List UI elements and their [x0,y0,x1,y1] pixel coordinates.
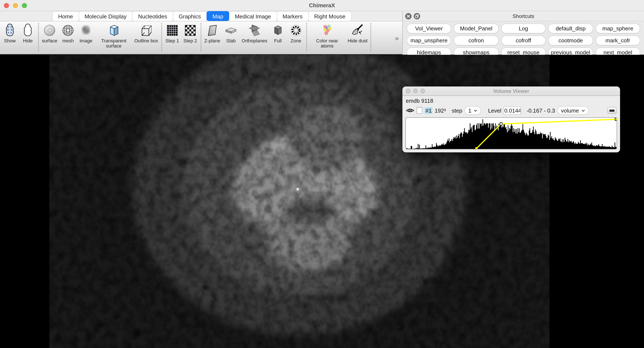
zone-icon [289,23,303,38]
minimize-window-button[interactable] [413,89,418,93]
toolbar-separator [38,23,39,51]
slab-icon [224,23,238,38]
surface-style-icon [42,23,57,38]
volume-viewer-title: Volume Viewer [493,88,530,94]
shortcut-map-unsphere[interactable]: map_unsphere [407,36,451,45]
cofr-marker-dot [297,188,299,190]
histogram-bars [406,123,617,149]
level-input[interactable] [504,106,522,115]
undock-panel-icon[interactable] [414,13,420,20]
close-panel-icon[interactable] [405,13,412,20]
density-hidden-icon [20,23,35,38]
shortcut-model-panel[interactable]: Model_Panel [454,24,498,33]
shortcut-log[interactable]: Log [501,24,546,33]
toolbar-separator [370,23,372,51]
minimize-window-button[interactable] [13,3,18,8]
eye-icon[interactable] [406,107,414,113]
toolbar-hide-dust-button[interactable]: Hide dust [346,23,369,43]
volume-viewer-window: Volume Viewer emdb 9118 #1 192³ step 1 L… [402,87,620,152]
panel-options-button[interactable] [607,107,617,114]
zoom-window-button[interactable] [420,89,425,93]
close-window-button[interactable] [4,3,9,8]
chevron-down-icon [582,109,585,112]
display-style-select[interactable]: volume [557,106,589,115]
app-window: ChimeraX Home Molecule Display Nucleotid… [0,0,644,348]
tab-nucleotides[interactable]: Nucleotides [132,11,173,21]
map-color-well[interactable] [416,107,422,114]
toolbar-show-button[interactable]: Show [1,23,19,43]
density-shown-icon [2,23,17,38]
ribbon-tabs: Home Molecule Display Nucleotides Graphi… [0,11,402,22]
shortcut-mark-cofr[interactable]: mark_cofr [596,36,640,45]
toolbar-mesh-button[interactable]: mesh [59,23,77,43]
window-controls [4,3,27,8]
hide-dust-brush-icon [350,23,365,38]
toolbar-hide-button[interactable]: Hide [19,23,37,43]
toolbar-separator [200,23,201,51]
toolbar-separator [306,23,307,51]
color-near-atoms-icon [320,23,334,38]
tab-right-mouse[interactable]: Right Mouse [308,11,351,21]
value-range-label: -0.167 - 0.3 [526,107,555,114]
toolbar-slab-button[interactable]: Slab [222,23,240,43]
window-title: ChimeraX [309,2,335,9]
toolbar-outline-box-button[interactable]: Outline box [132,23,160,43]
full-region-icon [271,23,285,38]
minus-bar-icon [609,109,614,112]
level-label: Level [488,107,502,114]
toolbar-overflow-button[interactable]: » [395,34,399,43]
map-toolbar: Show Hide surface [0,22,402,54]
shortcut-cofron[interactable]: cofron [454,36,498,45]
tab-map[interactable]: Map [206,11,230,21]
volume-viewer-window-controls [406,89,425,93]
shortcut-vol-viewer[interactable]: Vol_Viewer [407,24,451,33]
toolbar-color-near-atoms-button[interactable]: Color near atoms [308,23,346,48]
outline-box-icon [139,23,154,38]
toolbar-image-button[interactable]: image [77,23,95,43]
toolbar-step1-button[interactable]: Step 1 [163,23,181,43]
tab-medical-image[interactable]: Medical Image [229,11,277,21]
shortcuts-grid: Vol_Viewer Model_Panel Log default_disp … [403,22,644,57]
model-id-badge[interactable]: #1 [425,107,432,114]
tab-markers[interactable]: Markers [277,11,309,21]
image-style-icon [79,23,93,38]
orthoplanes-icon [247,23,262,38]
titlebar: ChimeraX [0,0,644,11]
step1-grid-icon [165,23,180,38]
toolbar-surface-button[interactable]: surface [40,23,59,43]
toolbar-orthoplanes-button[interactable]: Orthoplanes [240,23,269,43]
chevron-down-icon [474,109,478,112]
volume-viewer-titlebar[interactable]: Volume Viewer [402,87,620,96]
zoom-window-button[interactable] [22,3,27,8]
toolbar-step2-button[interactable]: Step 2 [181,23,199,43]
toolbar-full-button[interactable]: Full [269,23,287,43]
tab-home[interactable]: Home [52,11,79,21]
shortcut-default-disp[interactable]: default_disp [548,24,593,33]
threshold-marker[interactable] [475,147,478,149]
z-plane-icon [205,23,220,38]
tab-molecule-display[interactable]: Molecule Display [78,11,132,21]
shortcut-cofroff[interactable]: cofroff [501,36,546,45]
threshold-marker[interactable] [615,118,617,121]
tab-graphics[interactable]: Graphics [173,11,207,21]
transparent-surface-icon [106,23,121,38]
map-name-label: emdb 9118 [402,96,620,104]
toolbar-transparent-surface-button[interactable]: Transparent surface [95,23,132,48]
close-window-button[interactable] [406,89,410,93]
histogram-panel[interactable] [406,117,617,149]
shortcuts-panel: Shortcuts Vol_Viewer Model_Panel Log def… [403,11,644,55]
shortcut-map-sphere[interactable]: map_sphere [596,24,640,33]
mesh-style-icon [61,23,75,38]
step2-checker-icon [183,23,197,38]
map-size-label: 192³ [435,107,446,114]
toolbar-zone-button[interactable]: Zone [287,23,305,43]
threshold-marker[interactable] [500,123,502,125]
volume-controls-row: #1 192³ step 1 Level -0.167 - 0.3 volume [402,104,620,116]
step-select[interactable]: 1 [464,106,481,115]
toolbar-zplane-button[interactable]: Z-plane [202,23,222,43]
toolbar-separator [161,23,162,51]
step-label: step [452,107,462,114]
ribbon-area: Home Molecule Display Nucleotides Graphi… [0,11,403,55]
shortcuts-title: Shortcuts [403,13,644,19]
shortcut-cootmode[interactable]: cootmode [548,36,593,45]
